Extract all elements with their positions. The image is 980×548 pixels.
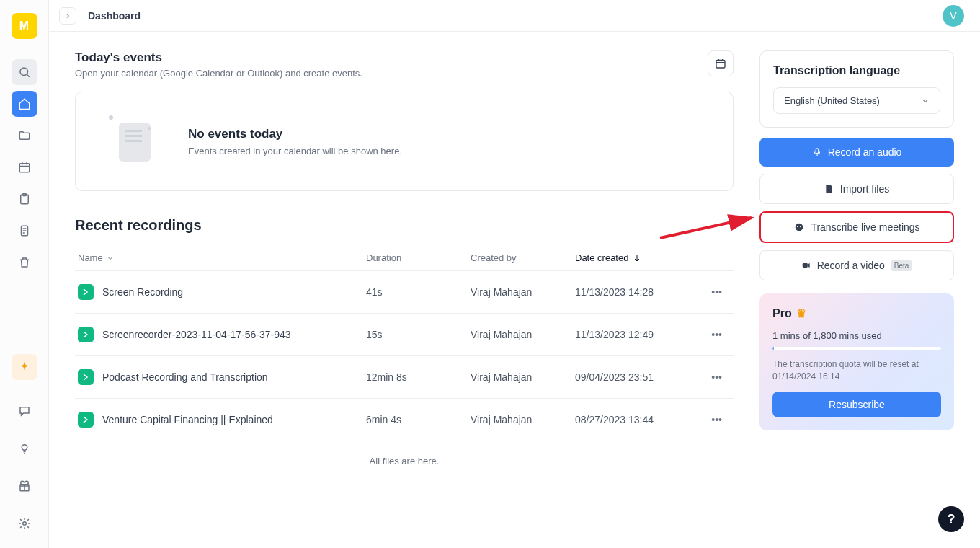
- col-name-header[interactable]: Name: [78, 252, 366, 263]
- table-row[interactable]: Venture Capital Financing || Explained 6…: [75, 399, 734, 441]
- no-events-card: No events today Events created in your c…: [75, 92, 734, 191]
- no-events-illustration: [102, 112, 166, 170]
- arrow-down-icon: [633, 254, 641, 262]
- resubscribe-button[interactable]: Resubscribe: [772, 392, 941, 417]
- file-icon: [78, 412, 94, 428]
- mic-icon: [812, 147, 822, 157]
- svg-point-23: [797, 226, 798, 227]
- language-title: Transcription language: [773, 64, 940, 77]
- gift-icon[interactable]: [12, 473, 37, 499]
- table-row[interactable]: Screen Recording 41s Viraj Mahajan 11/13…: [75, 271, 734, 314]
- chevron-down-icon: [106, 254, 115, 262]
- svg-rect-16: [716, 60, 725, 68]
- usage-progress: [772, 347, 941, 350]
- clipboard-icon[interactable]: [12, 186, 37, 212]
- beta-badge: Beta: [891, 260, 913, 271]
- col-date-header[interactable]: Date created: [575, 252, 698, 263]
- search-icon[interactable]: [12, 59, 37, 85]
- col-created-by-header: Created by: [471, 252, 575, 263]
- no-events-text: Events created in your calendar will be …: [188, 146, 402, 156]
- more-icon[interactable]: •••: [698, 329, 731, 340]
- recent-recordings-title: Recent recordings: [75, 217, 734, 234]
- collapse-sidebar-button[interactable]: [59, 7, 76, 25]
- file-icon: [824, 184, 834, 194]
- more-icon[interactable]: •••: [698, 414, 731, 425]
- open-calendar-button[interactable]: [708, 50, 734, 76]
- help-button[interactable]: ?: [938, 506, 964, 532]
- pro-title: Pro♛: [772, 306, 941, 320]
- chevron-down-icon: [921, 97, 930, 105]
- gear-icon[interactable]: [12, 511, 37, 536]
- svg-rect-21: [816, 149, 819, 154]
- sidebar: M: [0, 0, 49, 548]
- more-icon[interactable]: •••: [698, 286, 731, 298]
- record-video-button[interactable]: Record a video Beta: [760, 250, 954, 280]
- col-duration-header: Duration: [366, 252, 471, 263]
- svg-rect-25: [802, 263, 807, 268]
- document-icon[interactable]: [12, 218, 37, 244]
- bulb-icon[interactable]: [12, 436, 37, 461]
- sparkle-icon[interactable]: [12, 354, 37, 380]
- crown-icon: ♛: [796, 306, 806, 320]
- file-icon: [78, 369, 94, 385]
- transcribe-live-button[interactable]: Transcribe live meetings: [760, 211, 954, 243]
- language-panel: Transcription language English (United S…: [760, 50, 954, 128]
- svg-point-0: [20, 68, 28, 76]
- home-icon[interactable]: [12, 91, 37, 117]
- file-icon: [78, 327, 94, 342]
- table-row[interactable]: Podcast Recording and Transcription 12mi…: [75, 356, 734, 399]
- file-icon: [78, 284, 94, 300]
- topbar: Dashboard V: [49, 0, 980, 32]
- language-select[interactable]: English (United States): [773, 87, 940, 114]
- usage-text: 1 mins of 1,800 mins used: [772, 330, 941, 341]
- app-logo[interactable]: M: [12, 13, 37, 39]
- avatar[interactable]: V: [943, 5, 964, 27]
- bot-icon: [793, 221, 805, 233]
- more-icon[interactable]: •••: [698, 371, 731, 383]
- no-events-heading: No events today: [188, 127, 402, 141]
- folder-icon[interactable]: [12, 123, 37, 149]
- reset-text: The transcription quota will be reset at…: [772, 358, 941, 383]
- video-icon: [801, 260, 811, 270]
- svg-point-24: [800, 226, 801, 227]
- svg-point-22: [796, 224, 803, 231]
- import-files-button[interactable]: Import files: [760, 174, 954, 204]
- events-subtitle: Open your calendar (Google Calendar or O…: [75, 68, 362, 79]
- svg-line-1: [27, 74, 29, 76]
- calendar-icon[interactable]: [12, 154, 37, 180]
- page-title: Dashboard: [88, 10, 141, 22]
- trash-icon[interactable]: [12, 249, 37, 275]
- svg-point-12: [22, 445, 27, 451]
- svg-rect-2: [19, 164, 30, 172]
- table-header: Name Duration Created by Date created: [75, 245, 734, 271]
- chat-icon[interactable]: [12, 398, 37, 424]
- svg-point-15: [22, 522, 26, 526]
- table-row[interactable]: Screenrecorder-2023-11-04-17-56-37-943 1…: [75, 314, 734, 356]
- events-title: Today's events: [75, 50, 362, 65]
- all-files-text: All files are here.: [75, 456, 734, 467]
- record-audio-button[interactable]: Record an audio: [760, 138, 954, 167]
- pro-card: Pro♛ 1 mins of 1,800 mins used The trans…: [760, 293, 954, 430]
